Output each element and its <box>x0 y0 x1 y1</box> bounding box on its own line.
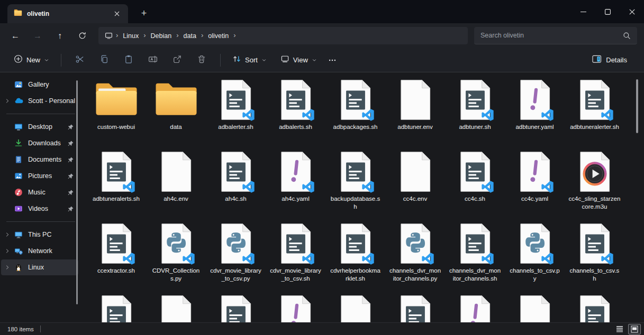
content-scrollbar[interactable] <box>636 79 638 133</box>
file-tile[interactable] <box>385 290 445 322</box>
breadcrumb-segment[interactable]: Debian <box>147 31 176 41</box>
file-tile[interactable]: adbpackages.sh <box>325 74 385 146</box>
yaml-file-icon <box>519 79 551 120</box>
sidebar-item-network[interactable]: Network <box>1 243 78 259</box>
search-box[interactable] <box>474 27 637 44</box>
sort-button[interactable]: Sort <box>227 51 272 69</box>
delete-button[interactable] <box>189 51 214 69</box>
file-tile[interactable]: cc4c.env <box>385 146 445 218</box>
yaml-file-icon <box>459 295 492 322</box>
cut-icon <box>75 54 85 66</box>
file-tile[interactable] <box>565 290 624 322</box>
file-tile[interactable]: ccextractor.sh <box>86 218 146 290</box>
file-tile[interactable]: cdvrhelperbookmarklet.sh <box>325 218 385 290</box>
file-tile[interactable]: channels_dvr_monitor_channels.sh <box>445 218 505 290</box>
file-tile[interactable]: cc4c_sling_starzencore.m3u <box>565 146 624 218</box>
sidebar-item-gallery[interactable]: Gallery <box>1 77 78 92</box>
sidebar-item-pictures[interactable]: Pictures <box>1 168 78 184</box>
details-view-button[interactable] <box>613 324 626 334</box>
shell-script-file-icon <box>459 79 492 120</box>
file-tile[interactable]: ah4c.env <box>146 146 206 218</box>
file-tile[interactable]: adbalerts.sh <box>266 74 325 146</box>
file-tile[interactable]: cdvr_movie_library_to_csv.sh <box>266 218 325 290</box>
file-tile[interactable]: channels_to_csv.py <box>505 218 565 290</box>
file-tile[interactable]: adbtuner.yaml <box>505 74 565 146</box>
search-input[interactable] <box>474 32 621 39</box>
file-tile[interactable]: CDVR_Collections.py <box>146 218 206 290</box>
breadcrumb-segment[interactable]: olivetin <box>204 31 232 41</box>
sidebar-item-scott-personal[interactable]: Scott - Personal <box>1 93 78 109</box>
file-tile[interactable]: adbalerter.sh <box>206 74 266 146</box>
file-tile[interactable]: cdvr_movie_library_to_csv.py <box>206 218 266 290</box>
rename-button[interactable] <box>141 51 165 69</box>
sidebar-item-videos[interactable]: Videos <box>1 201 78 217</box>
monitor-icon[interactable] <box>103 32 115 40</box>
sidebar-item-music[interactable]: Music <box>1 184 78 200</box>
details-label: Details <box>606 56 627 64</box>
file-tile[interactable]: channels_dvr_monitor_channels.py <box>385 218 445 290</box>
chevron-right-icon[interactable] <box>1 232 14 237</box>
maximize-button[interactable] <box>595 0 620 23</box>
chevron-right-icon[interactable] <box>1 265 14 270</box>
file-tile[interactable] <box>325 290 385 322</box>
share-button[interactable] <box>165 51 189 69</box>
details-pane-icon <box>592 55 602 66</box>
file-tile[interactable]: adbtuner.env <box>385 74 445 146</box>
breadcrumb[interactable]: ›Linux›Debian›data›olivetin› <box>98 27 468 44</box>
tab-close-icon[interactable] <box>111 8 123 20</box>
file-tile[interactable] <box>86 290 146 322</box>
sidebar-item-downloads[interactable]: Downloads <box>1 135 78 151</box>
sidebar-item-desktop[interactable]: Desktop <box>1 119 78 135</box>
file-tile[interactable] <box>445 290 505 322</box>
breadcrumb-segment[interactable]: data <box>180 31 200 41</box>
file-tile[interactable]: adbtuneralerts.sh <box>86 146 146 218</box>
file-tile[interactable]: custom-webui <box>86 74 146 146</box>
new-button[interactable]: New <box>8 51 55 69</box>
sidebar-item-label: Documents <box>28 156 61 163</box>
view-toggle-buttons <box>613 324 641 334</box>
file-tile[interactable]: data <box>146 74 206 146</box>
file-name: data <box>150 123 202 131</box>
paste-button[interactable] <box>116 51 141 69</box>
forward-button[interactable]: → <box>29 27 47 44</box>
file-tile[interactable]: cc4c.sh <box>445 146 505 218</box>
chevron-right-icon[interactable] <box>1 248 14 254</box>
file-tile[interactable]: ah4c.sh <box>206 146 266 218</box>
sort-icon <box>232 54 241 66</box>
file-tile[interactable]: ah4c.yaml <box>266 146 325 218</box>
view-button[interactable]: View <box>275 51 322 69</box>
file-tile[interactable]: adbtuneralerter.sh <box>565 74 624 146</box>
file-tile[interactable]: backupdatabase.sh <box>325 146 385 218</box>
file-tile[interactable]: adbtuner.sh <box>445 74 505 146</box>
details-pane-button[interactable]: Details <box>587 52 632 69</box>
shell-script-file-icon <box>399 295 432 322</box>
file-name: backupdatabase.sh <box>330 195 382 211</box>
large-icons-view-button[interactable] <box>628 324 641 334</box>
search-icon[interactable] <box>621 32 637 40</box>
explorer-tab[interactable]: olivetin <box>7 4 128 23</box>
up-button[interactable]: ↑ <box>51 27 69 44</box>
chevron-right-icon[interactable] <box>1 98 14 104</box>
copy-button[interactable] <box>92 51 116 69</box>
file-tile[interactable]: cc4c.yaml <box>505 146 565 218</box>
sidebar-scrollbar[interactable] <box>76 80 78 304</box>
file-name: channels_dvr_monitor_channels.py <box>389 267 441 283</box>
breadcrumb-segment[interactable]: Linux <box>119 31 142 41</box>
sidebar-item-this-pc[interactable]: This PC <box>1 227 78 243</box>
sidebar-item-linux[interactable]: Linux <box>1 259 78 275</box>
file-tile[interactable]: channels_to_csv.sh <box>565 218 624 290</box>
cut-button[interactable] <box>68 51 92 69</box>
refresh-button[interactable] <box>73 27 91 44</box>
file-tile[interactable] <box>266 290 325 322</box>
sidebar-item-documents[interactable]: Documents <box>1 152 78 168</box>
file-tile[interactable] <box>146 290 206 322</box>
back-button[interactable]: ← <box>6 27 24 44</box>
file-tile[interactable] <box>505 290 565 322</box>
file-name: adbalerts.sh <box>270 123 322 131</box>
close-button[interactable] <box>620 0 644 23</box>
minimize-button[interactable] <box>571 0 595 23</box>
more-options-button[interactable] <box>322 51 342 69</box>
file-tile[interactable] <box>206 290 266 322</box>
file-icon <box>279 146 312 193</box>
new-tab-button[interactable]: + <box>137 6 151 20</box>
